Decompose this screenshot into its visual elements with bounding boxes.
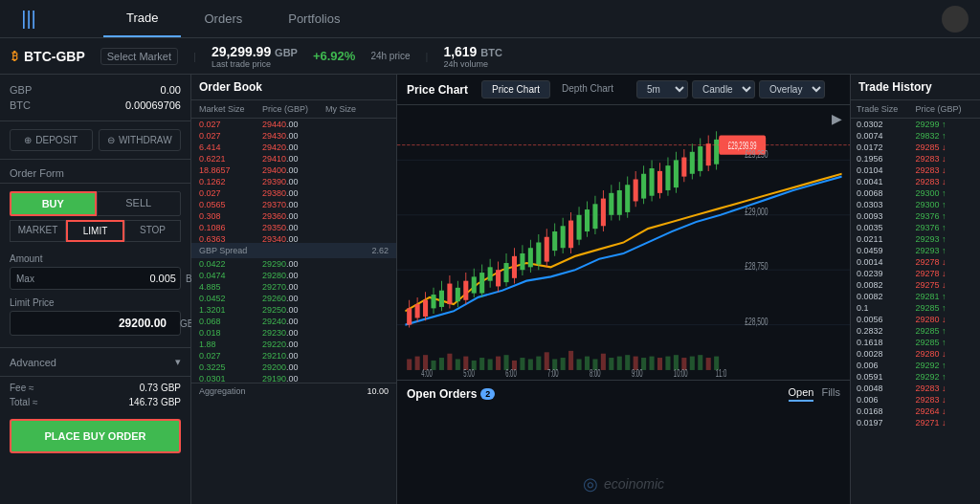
th-column-headers: Trade Size Price (GBP)	[851, 100, 980, 119]
svg-text:4:00: 4:00	[421, 369, 433, 380]
svg-rect-120	[706, 358, 711, 370]
withdraw-button[interactable]: ⊖ WITHDRAW	[99, 129, 182, 151]
user-avatar[interactable]	[942, 6, 969, 33]
gbp-amount: 0.00	[161, 84, 181, 96]
fee-section: Fee ≈ 0.73 GBP Total ≈ 146.73 GBP	[0, 376, 190, 413]
th-row: 0.008229275 ↓	[851, 279, 980, 291]
trade-history-rows: 0.030229299 ↑ 0.007429832 ↑ 0.017229285 …	[851, 119, 980, 504]
balance-section: GBP 0.00 BTC 0.00069706	[0, 75, 190, 121]
trade-history-title: Trade History	[851, 75, 980, 100]
action-buttons: ⊕ DEPOSIT ⊖ WITHDRAW	[0, 121, 190, 160]
ob-buy-row: 0.047429280.00	[191, 270, 396, 281]
deposit-icon: ⊕	[24, 135, 32, 145]
open-tab[interactable]: Open	[789, 386, 814, 402]
deposit-label: DEPOSIT	[35, 135, 78, 145]
gbp-balance-row: GBP 0.00	[10, 82, 181, 98]
svg-rect-94	[496, 357, 501, 370]
ob-buy-row: 0.06829240.00	[191, 316, 396, 327]
ob-buy-row: 0.042229290.00	[191, 258, 396, 270]
th-row: 0.021129293 ↑	[851, 233, 980, 245]
th-row: 0.283229285 ↑	[851, 325, 980, 337]
th-row: 0.005629280 ↓	[851, 314, 980, 325]
svg-rect-116	[674, 355, 679, 370]
svg-rect-92	[479, 358, 484, 370]
buy-sell-tabs: BUY SELL	[10, 191, 181, 216]
ob-col-my-size: My Size	[325, 104, 389, 114]
nav-orders[interactable]: Orders	[181, 0, 265, 37]
candle-select[interactable]: Candle	[692, 80, 755, 99]
depth-chart-tab[interactable]: Depth Chart	[552, 80, 623, 99]
ob-buy-row: 0.030129190.00	[191, 373, 396, 383]
place-buy-order-button[interactable]: PLACE BUY ORDER	[10, 419, 181, 453]
nav-portfolios[interactable]: Portfolios	[265, 0, 363, 37]
aggregation-value: 10.00	[367, 386, 389, 396]
svg-rect-109	[617, 357, 622, 370]
ob-buy-row: 1.320129250.00	[191, 304, 396, 316]
th-col-size: Trade Size	[857, 104, 916, 114]
volume-value: 1,619 BTC	[443, 44, 502, 59]
market-tab[interactable]: MARKET	[10, 220, 66, 242]
btc-currency: BTC	[10, 99, 31, 111]
open-orders-title: Open Orders 2	[407, 387, 495, 401]
ob-buy-row: 0.322529200.00	[191, 362, 396, 373]
ob-buy-row: 4.88529270.00	[191, 281, 396, 293]
svg-rect-88	[447, 354, 452, 370]
svg-text:9:00: 9:00	[632, 369, 643, 380]
order-book-panel: Order Book Market Size Price (GBP) My Si…	[191, 75, 397, 504]
svg-text:6:00: 6:00	[505, 369, 517, 380]
limit-tab[interactable]: LIMIT	[66, 220, 124, 242]
svg-text:11:0: 11:0	[716, 369, 727, 380]
th-row: 0.008229281 ↑	[851, 291, 980, 302]
th-row: 0.016829264 ↓	[851, 405, 980, 417]
amount-prefix: Max	[11, 269, 40, 289]
advanced-toggle[interactable]: Advanced ▾	[10, 352, 181, 372]
svg-text:£28,500: £28,500	[745, 315, 768, 327]
svg-text:£28,750: £28,750	[745, 259, 768, 272]
svg-rect-99	[536, 357, 541, 370]
withdraw-label: WITHDRAW	[119, 135, 172, 145]
svg-text:£29,000: £29,000	[745, 205, 768, 217]
th-row: 0.004829283 ↓	[851, 383, 980, 394]
header: ||| Trade Orders Portfolios	[0, 0, 980, 38]
th-row: 0.003529376 ↑	[851, 222, 980, 233]
svg-rect-107	[601, 354, 606, 370]
deposit-button[interactable]: ⊕ DEPOSIT	[10, 129, 93, 151]
total-value: 146.73 GBP	[129, 397, 181, 407]
timeframe-select[interactable]: 5m15m1h1d	[636, 80, 688, 99]
sell-tab[interactable]: SELL	[97, 191, 182, 216]
chart-area: Price Chart Price Chart Depth Chart 5m15…	[397, 75, 851, 504]
open-orders-tabs: Open Fills	[789, 386, 840, 402]
main-nav: Trade Orders Portfolios	[57, 0, 942, 37]
th-row: 0.161829285 ↑	[851, 337, 980, 348]
select-market-btn[interactable]: Select Market	[100, 48, 178, 65]
chart-tabs: Price Chart Depth Chart	[481, 80, 623, 99]
play-button[interactable]: ▶	[832, 111, 842, 126]
limit-price-label: Limit Price	[10, 297, 181, 308]
price-chart-tab[interactable]: Price Chart	[481, 80, 550, 99]
trade-history-panel: Trade History Trade Size Price (GBP) 0.0…	[851, 75, 980, 504]
amount-input[interactable]	[40, 268, 180, 289]
svg-rect-83	[407, 359, 412, 369]
advanced-section: Advanced ▾	[0, 347, 190, 376]
ecoinomic-watermark: ◎ ecoinomic	[583, 473, 664, 494]
th-row: 0.00629292 ↑	[851, 360, 980, 371]
ob-col-market-size: Market Size	[199, 104, 262, 114]
pair-symbol: BTC-GBP	[24, 49, 85, 64]
fills-tab[interactable]: Fills	[821, 386, 840, 402]
nav-trade[interactable]: Trade	[103, 0, 181, 37]
buy-tab[interactable]: BUY	[10, 191, 97, 216]
limit-price-input[interactable]	[11, 312, 174, 335]
btc-balance-row: BTC 0.00069706	[10, 98, 181, 113]
price-change: +6.92%	[313, 49, 355, 63]
svg-rect-97	[520, 358, 524, 370]
spread-value: 2.62	[371, 246, 389, 255]
overlay-select[interactable]: Overlay	[759, 80, 825, 99]
aggregation-row: Aggregation 10.00	[191, 383, 396, 399]
ecoinomic-text: ecoinomic	[604, 476, 664, 492]
th-row: 0.010429283 ↓	[851, 164, 980, 176]
stop-tab[interactable]: STOP	[124, 220, 181, 242]
ob-sell-row: 0.636329340.00	[191, 233, 396, 243]
fee-label: Fee ≈	[10, 383, 34, 393]
svg-rect-98	[528, 359, 533, 369]
advanced-label: Advanced	[10, 357, 56, 368]
